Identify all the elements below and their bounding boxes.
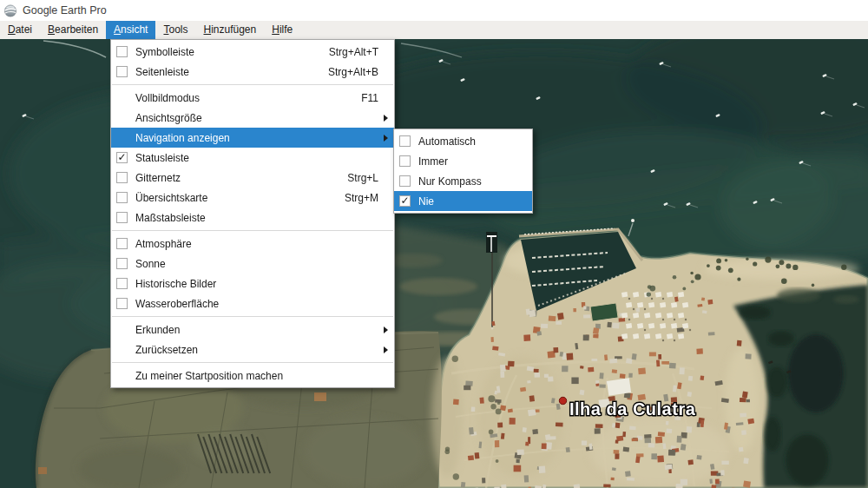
menu-item-label: Wasseroberfläche <box>135 298 391 310</box>
menu-item-zuruecksetzen[interactable]: Zurücksetzen <box>111 340 394 359</box>
checkbox-unchecked-icon <box>116 238 128 249</box>
menu-item-shortcut: F11 <box>361 92 378 104</box>
menu-item-label: Übersichtskarte <box>135 192 345 204</box>
map-place-label[interactable]: Ilha da Culatra <box>569 399 696 419</box>
menu-item-massstabsleiste[interactable]: Maßstabsleiste <box>111 208 394 228</box>
navigation-anzeigen-submenu: Automatisch Immer Nur Kompass Nie <box>393 129 533 214</box>
submenu-item-nie[interactable]: Nie <box>394 191 532 211</box>
menu-separator <box>112 230 393 231</box>
menu-item-navigation-anzeigen[interactable]: Navigation anzeigen <box>111 128 394 148</box>
menu-item-label: Immer <box>418 155 529 168</box>
menu-item-label: Navigation anzeigen <box>135 132 377 144</box>
menu-item-label: Zu meiner Startposition machen <box>135 370 391 382</box>
menu-item-label: Sonne <box>135 258 391 270</box>
checkbox-unchecked-icon <box>116 172 128 183</box>
menu-separator <box>112 316 393 317</box>
place-marker-dot[interactable] <box>559 397 566 404</box>
title-bar: Google Earth Pro <box>0 0 868 21</box>
menu-item-symbolleiste[interactable]: Symbolleiste Strg+Alt+T <box>111 42 394 62</box>
menu-item-atmosphaere[interactable]: Atmosphäre <box>111 234 394 254</box>
submenu-item-immer[interactable]: Immer <box>394 151 532 171</box>
checkbox-checked-icon <box>399 195 411 207</box>
menu-item-label: Automatisch <box>418 135 529 148</box>
menu-item-gitternetz[interactable]: Gitternetz Strg+L <box>111 168 394 188</box>
large-white-roof <box>607 378 631 395</box>
menu-item-label: Historische Bilder <box>135 278 391 290</box>
place-marker[interactable]: Ilha da Culatra <box>559 397 695 419</box>
submenu-item-automatisch[interactable]: Automatisch <box>394 131 532 151</box>
menu-item-seitenleiste[interactable]: Seitenleiste Strg+Alt+B <box>111 62 394 82</box>
menu-item-label: Zurücksetzen <box>135 344 377 356</box>
menu-item-statusleiste[interactable]: Statusleiste <box>111 148 394 168</box>
menubar-item-ansicht[interactable]: Ansicht <box>106 21 155 39</box>
menubar-item-tools[interactable]: Tools <box>155 21 195 39</box>
submenu-arrow-icon <box>380 115 388 122</box>
menu-item-shortcut: Strg+Alt+B <box>328 66 378 78</box>
menu-item-shortcut: Strg+Alt+T <box>329 46 378 58</box>
menu-item-shortcut: Strg+L <box>347 172 378 184</box>
google-earth-logo-icon <box>3 3 17 17</box>
menu-item-uebersichtskarte[interactable]: Übersichtskarte Strg+M <box>111 188 394 208</box>
checkbox-unchecked-icon <box>116 258 128 269</box>
menu-item-sonne[interactable]: Sonne <box>111 254 394 274</box>
menubar-item-datei[interactable]: Datei <box>0 21 40 39</box>
sailboat <box>631 219 635 222</box>
checkbox-unchecked-icon <box>116 66 128 77</box>
menu-item-label: Ansichtsgröße <box>135 112 377 124</box>
menu-item-label: Seitenleiste <box>135 66 328 78</box>
menu-item-label: Maßstabsleiste <box>135 212 391 224</box>
menu-item-historische-bilder[interactable]: Historische Bilder <box>111 274 394 293</box>
checkbox-unchecked-icon <box>116 212 128 223</box>
menu-item-label: Statusleiste <box>135 152 391 164</box>
submenu-item-nur-kompass[interactable]: Nur Kompass <box>394 171 532 191</box>
checkbox-unchecked-icon <box>399 135 411 147</box>
window-title: Google Earth Pro <box>23 4 107 16</box>
checkbox-unchecked-icon <box>399 175 411 187</box>
checkbox-unchecked-icon <box>116 278 128 289</box>
menu-item-shortcut: Strg+M <box>345 192 378 204</box>
submenu-arrow-icon <box>380 135 388 142</box>
menubar-item-bearbeiten[interactable]: Bearbeiten <box>40 21 106 39</box>
checkbox-unchecked-icon <box>399 155 411 167</box>
menu-item-vollbildmodus[interactable]: Vollbildmodus F11 <box>111 88 394 108</box>
menu-item-label: Atmosphäre <box>135 238 391 250</box>
checkbox-unchecked-icon <box>116 46 128 57</box>
menu-item-zu-meiner-startposition-machen[interactable]: Zu meiner Startposition machen <box>111 366 394 386</box>
menu-item-label: Nur Kompass <box>418 175 529 188</box>
menu-bar: Datei Bearbeiten Ansicht Tools Hinzufüge… <box>0 21 868 39</box>
menu-item-label: Erkunden <box>135 324 377 336</box>
google-earth-window: Google Earth Pro Datei Bearbeiten Ansich… <box>0 0 868 488</box>
menu-separator <box>112 362 393 363</box>
menu-item-label: Nie <box>418 195 529 208</box>
menu-item-wasseroberflaeche[interactable]: Wasseroberfläche <box>111 293 394 313</box>
menubar-item-hinzufuegen[interactable]: Hinzufügen <box>195 21 264 39</box>
checkbox-unchecked-icon <box>116 192 128 203</box>
submenu-arrow-icon <box>380 346 388 353</box>
sports-field <box>590 303 618 321</box>
checkbox-unchecked-icon <box>116 298 128 309</box>
menu-separator <box>112 84 393 85</box>
ansicht-dropdown-menu: Symbolleiste Strg+Alt+T Seitenleiste Str… <box>110 39 395 388</box>
menubar-item-hilfe[interactable]: Hilfe <box>264 21 300 39</box>
menu-item-label: Symbolleiste <box>135 46 329 58</box>
menu-item-erkunden[interactable]: Erkunden <box>111 320 394 340</box>
checkbox-checked-icon <box>116 152 128 163</box>
submenu-arrow-icon <box>380 326 388 333</box>
menu-item-label: Vollbildmodus <box>135 92 361 104</box>
menu-item-ansichtsgroesse[interactable]: Ansichtsgröße <box>111 108 394 128</box>
menu-item-label: Gitternetz <box>135 172 347 184</box>
